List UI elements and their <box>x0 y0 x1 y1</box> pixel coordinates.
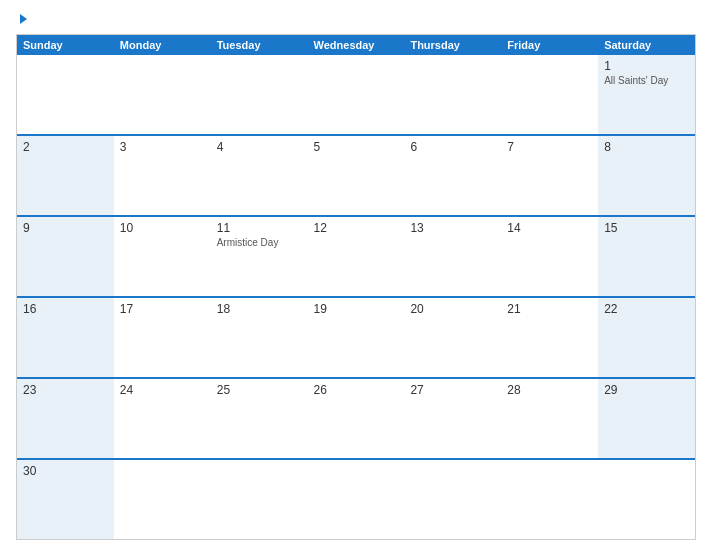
day-number: 22 <box>604 302 689 316</box>
day-cell: 6 <box>404 136 501 215</box>
day-cell: 14 <box>501 217 598 296</box>
day-headers: Sunday Monday Tuesday Wednesday Thursday… <box>17 35 695 55</box>
day-cell: 9 <box>17 217 114 296</box>
day-number: 7 <box>507 140 592 154</box>
day-number: 18 <box>217 302 302 316</box>
header-saturday: Saturday <box>598 35 695 55</box>
day-cell <box>211 460 308 539</box>
day-cell: 20 <box>404 298 501 377</box>
day-cell: 19 <box>308 298 405 377</box>
day-number: 20 <box>410 302 495 316</box>
day-cell <box>501 55 598 134</box>
day-number: 14 <box>507 221 592 235</box>
header-sunday: Sunday <box>17 35 114 55</box>
day-number: 13 <box>410 221 495 235</box>
calendar-page: Sunday Monday Tuesday Wednesday Thursday… <box>0 0 712 550</box>
day-number: 10 <box>120 221 205 235</box>
day-number: 16 <box>23 302 108 316</box>
header-tuesday: Tuesday <box>211 35 308 55</box>
logo-blue-row <box>16 14 27 24</box>
logo-triangle-icon <box>20 14 27 24</box>
day-cell: 13 <box>404 217 501 296</box>
day-number: 11 <box>217 221 302 235</box>
day-cell <box>404 460 501 539</box>
week-row-6: 30 <box>17 458 695 539</box>
day-number: 29 <box>604 383 689 397</box>
day-number: 2 <box>23 140 108 154</box>
day-cell: 25 <box>211 379 308 458</box>
day-number: 19 <box>314 302 399 316</box>
week-row-1: 1All Saints' Day <box>17 55 695 134</box>
day-cell: 1All Saints' Day <box>598 55 695 134</box>
day-number: 3 <box>120 140 205 154</box>
day-cell: 28 <box>501 379 598 458</box>
day-cell <box>211 55 308 134</box>
day-cell: 2 <box>17 136 114 215</box>
day-cell <box>598 460 695 539</box>
day-number: 12 <box>314 221 399 235</box>
header-friday: Friday <box>501 35 598 55</box>
day-cell <box>114 55 211 134</box>
day-cell: 5 <box>308 136 405 215</box>
day-cell: 3 <box>114 136 211 215</box>
day-number: 27 <box>410 383 495 397</box>
day-cell: 4 <box>211 136 308 215</box>
day-cell <box>404 55 501 134</box>
day-cell: 8 <box>598 136 695 215</box>
day-cell: 10 <box>114 217 211 296</box>
week-row-2: 2345678 <box>17 134 695 215</box>
week-row-3: 91011Armistice Day12131415 <box>17 215 695 296</box>
day-cell <box>501 460 598 539</box>
day-cell: 27 <box>404 379 501 458</box>
day-number: 4 <box>217 140 302 154</box>
day-number: 9 <box>23 221 108 235</box>
week-row-4: 16171819202122 <box>17 296 695 377</box>
day-cell: 16 <box>17 298 114 377</box>
day-cell <box>308 460 405 539</box>
header-monday: Monday <box>114 35 211 55</box>
logo <box>16 14 27 24</box>
day-number: 28 <box>507 383 592 397</box>
day-cell <box>308 55 405 134</box>
day-cell: 30 <box>17 460 114 539</box>
day-number: 23 <box>23 383 108 397</box>
day-number: 25 <box>217 383 302 397</box>
day-number: 15 <box>604 221 689 235</box>
header-wednesday: Wednesday <box>308 35 405 55</box>
day-cell: 12 <box>308 217 405 296</box>
day-number: 26 <box>314 383 399 397</box>
day-cell: 11Armistice Day <box>211 217 308 296</box>
day-number: 1 <box>604 59 689 73</box>
day-event: Armistice Day <box>217 237 302 248</box>
day-cell: 23 <box>17 379 114 458</box>
day-number: 21 <box>507 302 592 316</box>
day-cell: 17 <box>114 298 211 377</box>
weeks: 1All Saints' Day234567891011Armistice Da… <box>17 55 695 539</box>
day-cell: 26 <box>308 379 405 458</box>
day-event: All Saints' Day <box>604 75 689 86</box>
day-cell: 7 <box>501 136 598 215</box>
day-cell <box>114 460 211 539</box>
day-number: 17 <box>120 302 205 316</box>
day-number: 24 <box>120 383 205 397</box>
day-number: 8 <box>604 140 689 154</box>
header-thursday: Thursday <box>404 35 501 55</box>
calendar: Sunday Monday Tuesday Wednesday Thursday… <box>16 34 696 540</box>
day-number: 30 <box>23 464 108 478</box>
day-number: 5 <box>314 140 399 154</box>
day-number: 6 <box>410 140 495 154</box>
day-cell: 15 <box>598 217 695 296</box>
day-cell <box>17 55 114 134</box>
week-row-5: 23242526272829 <box>17 377 695 458</box>
day-cell: 21 <box>501 298 598 377</box>
day-cell: 29 <box>598 379 695 458</box>
day-cell: 24 <box>114 379 211 458</box>
day-cell: 18 <box>211 298 308 377</box>
day-cell: 22 <box>598 298 695 377</box>
header <box>16 14 696 24</box>
